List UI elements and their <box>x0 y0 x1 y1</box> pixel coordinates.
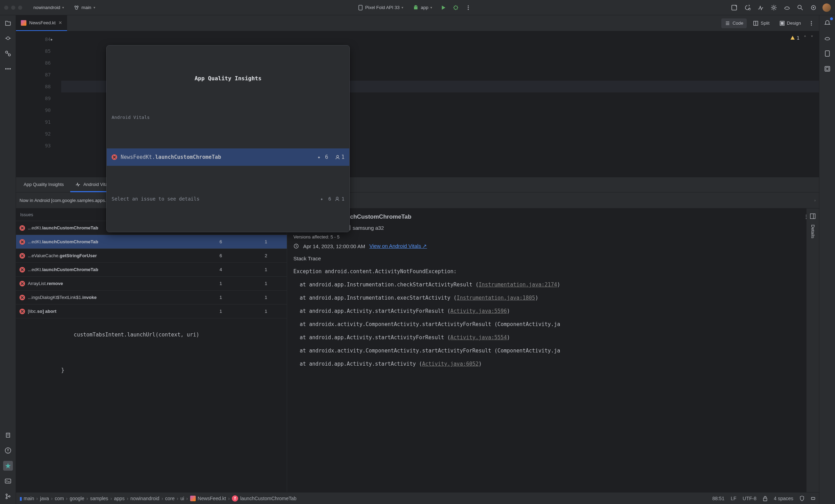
next-highlight-icon[interactable]: ˅ <box>811 32 813 44</box>
logcat-tool-icon[interactable] <box>3 430 13 440</box>
close-window[interactable] <box>4 6 8 10</box>
device-name: Pixel Fold API 33 <box>365 5 399 10</box>
crumb[interactable]: java <box>40 496 49 501</box>
stack-trace[interactable]: Exception android.content.ActivityNotFou… <box>293 265 813 371</box>
left-tool-rail <box>0 15 16 504</box>
gradle-icon[interactable] <box>783 3 791 12</box>
gutter-insight-icon[interactable]: ✦ <box>50 33 53 45</box>
detail-sidebar: Details <box>806 209 819 492</box>
prev-highlight-icon[interactable]: ˄ <box>804 32 806 44</box>
crumb[interactable]: ui <box>180 496 184 501</box>
status-shield-icon[interactable] <box>800 496 804 501</box>
commit-tool-icon[interactable] <box>3 33 13 43</box>
svg-point-30 <box>337 155 339 157</box>
app-quality-insights-tool-icon[interactable] <box>3 461 13 471</box>
crumb-function[interactable]: flaunchCustomChromeTab <box>232 495 297 502</box>
file-tab-newsfeed[interactable]: NewsFeed.kt ✕ <box>16 15 67 31</box>
error-icon <box>19 281 25 286</box>
vcs-tool-icon[interactable] <box>3 491 13 501</box>
error-icon <box>19 225 25 231</box>
svg-point-9 <box>773 7 775 9</box>
gradle-tool-icon[interactable] <box>822 33 832 43</box>
svg-rect-26 <box>781 22 784 25</box>
right-tool-rail <box>819 15 835 504</box>
crumb[interactable]: com <box>55 496 64 501</box>
activity-icon[interactable] <box>756 3 765 12</box>
layout-icon[interactable] <box>809 212 817 220</box>
breadcrumb-bar: ▮main ›java ›com ›google ›samples ›apps … <box>16 492 819 504</box>
branch-selector[interactable]: main ▾ <box>71 3 98 12</box>
project-tool-icon[interactable] <box>3 18 13 28</box>
status-line-sep[interactable]: LF <box>731 496 736 501</box>
view-mode-split[interactable]: Split <box>749 18 773 28</box>
svg-point-18 <box>9 68 11 70</box>
project-name: nowinandroid <box>33 5 60 10</box>
update-icon[interactable] <box>743 3 752 12</box>
maximize-window[interactable] <box>18 6 22 10</box>
emulator-icon[interactable] <box>822 64 832 74</box>
chevron-down-icon: ▾ <box>62 6 64 9</box>
svg-point-23 <box>9 496 10 497</box>
settings-icon[interactable] <box>809 3 818 12</box>
run-config-selector[interactable]: app ▾ <box>410 3 435 12</box>
project-selector[interactable]: nowinandroid ▾ <box>31 3 67 11</box>
status-cursor-pos[interactable]: 88:51 <box>712 496 724 501</box>
crumb-file[interactable]: NewsFeed.kt <box>190 496 226 501</box>
debug-button[interactable] <box>452 3 460 12</box>
status-pin-icon[interactable] <box>811 496 816 501</box>
more-tool-icon[interactable] <box>3 64 13 74</box>
crumb[interactable]: google <box>70 496 84 501</box>
svg-rect-0 <box>359 5 362 10</box>
minimize-window[interactable] <box>11 6 15 10</box>
svg-rect-38 <box>825 51 829 56</box>
code-editor[interactable]: ✦ 84 85 86 87 88 89 90 91 92 93 1 <box>16 31 819 177</box>
crumb-source-root[interactable]: ▮main <box>19 496 34 501</box>
view-on-vitals-link[interactable]: View on Android Vitals ↗ <box>369 243 427 249</box>
error-icon <box>19 295 25 300</box>
crumb[interactable]: core <box>165 496 175 501</box>
editor-gutter: ✦ 84 85 86 87 88 89 90 91 92 93 <box>16 31 61 177</box>
view-mode-design[interactable]: Design <box>776 18 804 28</box>
run-config-name: app <box>421 5 428 10</box>
notifications-icon[interactable] <box>822 18 832 28</box>
stack-trace-label: Stack Trace <box>293 255 813 261</box>
svg-point-31 <box>336 197 338 199</box>
popup-issue-row[interactable]: NewsFeedKt.launchCustomChromeTab ✦ 6 1 <box>107 148 349 166</box>
view-mode-code[interactable]: Code <box>721 18 747 28</box>
search-icon[interactable] <box>796 3 804 12</box>
svg-point-12 <box>813 7 814 8</box>
status-indent[interactable]: 4 spaces <box>774 496 793 501</box>
terminal-tool-icon[interactable] <box>3 476 13 486</box>
details-tab-label[interactable]: Details <box>810 225 816 238</box>
close-tab-icon[interactable]: ✕ <box>58 20 62 25</box>
problems-tool-icon[interactable] <box>3 446 13 455</box>
status-readonly-icon[interactable] <box>763 496 768 501</box>
crumb[interactable]: samples <box>90 496 108 501</box>
error-icon <box>19 239 25 245</box>
titlebar: nowinandroid ▾ main ▾ Pixel Fold API 33 … <box>0 0 835 15</box>
device-selector[interactable]: Pixel Fold API 33 ▾ <box>355 3 406 12</box>
user-avatar[interactable] <box>822 3 831 12</box>
svg-point-28 <box>811 23 812 24</box>
svg-rect-35 <box>810 214 815 219</box>
device-manager-icon[interactable] <box>822 49 832 58</box>
window-controls[interactable] <box>4 6 22 10</box>
status-encoding[interactable]: UTF-8 <box>743 496 756 501</box>
code-with-me-icon[interactable] <box>730 3 738 12</box>
crumb[interactable]: apps <box>114 496 124 501</box>
run-button[interactable] <box>439 3 447 12</box>
branch-name: main <box>81 5 91 10</box>
editor-inspection-widget[interactable]: 1 ˄ ˅ <box>790 32 813 44</box>
more-actions-icon[interactable] <box>464 3 472 12</box>
svg-point-13 <box>7 37 9 40</box>
svg-rect-37 <box>811 497 815 499</box>
editor-more-icon[interactable] <box>807 19 816 27</box>
svg-point-4 <box>468 5 469 6</box>
svg-rect-40 <box>826 67 829 70</box>
settings-gear-icon[interactable] <box>770 3 778 12</box>
structure-tool-icon[interactable] <box>3 49 13 58</box>
crumb[interactable]: nowinandroid <box>130 496 159 501</box>
detail-title: NewsFeedKt.launchCustomChromeTab <box>293 213 813 221</box>
popup-events-stat: ✦ 6 <box>317 151 328 163</box>
error-icon <box>112 154 117 160</box>
